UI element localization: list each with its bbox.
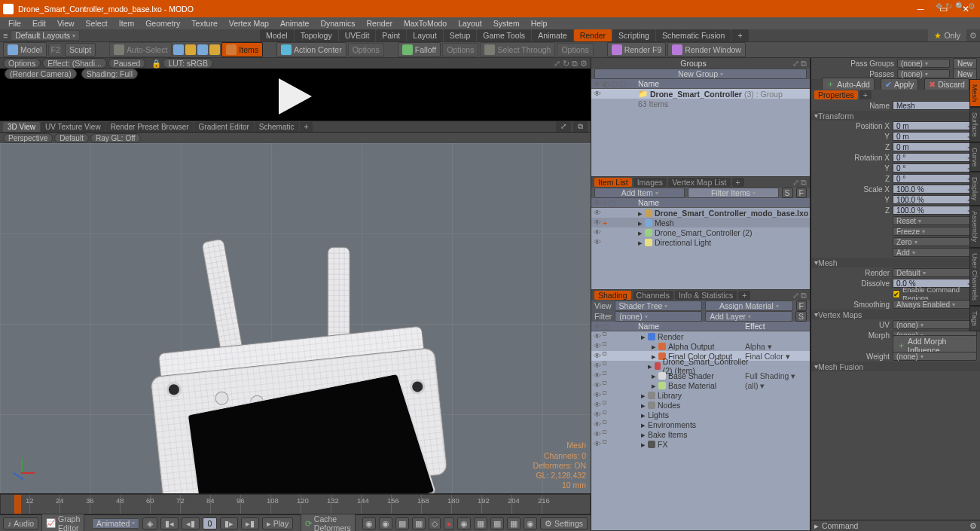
view-tab-+[interactable]: + (300, 122, 313, 132)
filter-dropdown[interactable]: (none) (615, 311, 702, 322)
tab-item-list[interactable]: Item List (594, 178, 632, 187)
lock-icon[interactable]: 🔒 (151, 59, 161, 69)
shading-row[interactable]: 👁▸ Alpha OutputAlpha ▾ (591, 341, 810, 351)
discard-button[interactable]: ✖Discard (924, 78, 969, 90)
menu-maxtomodo[interactable]: MaxToModo (398, 18, 452, 29)
polygon-icon[interactable] (197, 44, 208, 55)
weight-dropdown[interactable]: (none) (893, 352, 977, 361)
name-header[interactable]: Name (635, 322, 745, 331)
tool-button[interactable]: ▦ (412, 517, 426, 529)
transform-section[interactable]: ▾ Transform (811, 111, 980, 121)
cache-deformers-button[interactable]: ⟳Cache Deformers (301, 513, 356, 532)
shading-row[interactable]: 👁▸ Lights (591, 410, 810, 420)
mesh-section[interactable]: ▾ Mesh (811, 258, 980, 267)
menu-vertex-map[interactable]: Vertex Map (224, 18, 274, 29)
timeline-ruler[interactable]: 1224364860728496108120132144156168180192… (0, 494, 591, 514)
layout-dropdown[interactable]: Default Layouts (11, 30, 80, 41)
tab-images[interactable]: Images (633, 178, 667, 187)
rotate-icon[interactable]: ↻ (945, 2, 952, 11)
menu-edit[interactable]: Edit (27, 18, 51, 29)
options-button-2[interactable]: Options (442, 43, 478, 56)
settings-button[interactable]: ⚙Settings (540, 517, 588, 529)
expand-icon[interactable]: ⤢ (554, 59, 560, 69)
auto-select-button[interactable]: Auto-Select (109, 42, 172, 57)
play-button[interactable]: ▸Play (262, 517, 293, 529)
vertex-icon[interactable] (173, 44, 184, 55)
shading-row[interactable]: 👁▸ Drone_Smart_Controller (2) (Item) (591, 361, 810, 371)
shading-row[interactable]: 👁▸ Render (591, 331, 810, 341)
preview-paused[interactable]: Paused (108, 58, 146, 69)
menu-layout[interactable]: Layout (453, 18, 487, 29)
popout-icon[interactable]: ⧉ (572, 59, 578, 69)
last-frame-button[interactable]: ▸▮ (241, 517, 259, 529)
new-button[interactable]: New (953, 58, 977, 69)
graph-editor-button[interactable]: 📈Graph Editor (41, 513, 84, 532)
add-layout-tab[interactable]: + (731, 29, 748, 41)
perspective-dropdown[interactable]: Perspective (3, 133, 53, 143)
zoom-icon[interactable]: 🔍 (955, 2, 965, 11)
scale-x-field[interactable]: 100.0 % (893, 185, 977, 194)
preview-effect[interactable]: Effect: (Shadi... (42, 58, 107, 69)
refresh-icon[interactable]: ↻ (563, 59, 569, 69)
layout-tab-topology[interactable]: Topology (295, 29, 338, 41)
mesh-object[interactable] (137, 227, 457, 493)
menu-help[interactable]: Help (526, 18, 553, 29)
popout-icon[interactable]: ⧉ (801, 178, 807, 188)
uv-dropdown[interactable]: (none) (893, 320, 977, 329)
item-row[interactable]: 👁▸ Drone_Smart_Controller_modo_base.lxo (591, 208, 810, 218)
edge-icon[interactable] (185, 44, 196, 55)
item-row[interactable]: 👁▸ Drone_Smart_Controller (2) (591, 227, 810, 237)
reset-dropdown[interactable]: Reset (893, 216, 977, 225)
menu-animate[interactable]: Animate (275, 18, 315, 29)
hamburger-icon[interactable]: ≡ (3, 31, 8, 40)
chevron-right-icon[interactable]: ▸ (814, 521, 819, 530)
play-icon[interactable] (279, 78, 312, 114)
tab-+[interactable]: + (732, 178, 744, 187)
pos-y-field[interactable]: 0 m (893, 132, 977, 141)
rot-x-field[interactable]: 0 ° (893, 153, 977, 162)
ecr-checkbox[interactable]: ✔ (893, 290, 900, 298)
menu-render[interactable]: Render (362, 18, 398, 29)
options-button-3[interactable]: Options (557, 43, 593, 56)
add-dropdown[interactable]: Add (893, 248, 977, 257)
effect-header[interactable]: Effect (745, 322, 810, 331)
group-row[interactable]: 👁📁Drone_Smart_Controller (3) : Group (591, 89, 810, 99)
shading-row[interactable]: 👁▸ Environments (591, 420, 810, 429)
shading-row[interactable]: 👁▸ Base Material(all) ▾ (591, 380, 810, 390)
record-button[interactable]: ● (444, 517, 454, 529)
shading-row[interactable]: 👁▸ Base ShaderFull Shading ▾ (591, 371, 810, 380)
layout-tab-uvedit[interactable]: UVEdit (339, 29, 376, 41)
freeze-dropdown[interactable]: Freeze (893, 227, 977, 236)
vtab-user-channels[interactable]: User Channels (969, 248, 980, 306)
rot-z-field[interactable]: 0 ° (893, 174, 977, 183)
f-button[interactable]: F (796, 188, 807, 198)
item-row[interactable]: 👁+▸ Mesh (591, 218, 810, 227)
layout-tab-model[interactable]: Model (260, 29, 294, 41)
sculpt-button[interactable]: Sculpt (65, 43, 96, 56)
name-header[interactable]: Name (635, 198, 810, 207)
rot-y-field[interactable]: 0 ° (893, 163, 977, 172)
options-button-1[interactable]: Options (348, 43, 384, 56)
passes-dropdown[interactable]: (none) (897, 69, 950, 78)
layout-tab-scripting[interactable]: Scripting (612, 29, 655, 41)
preview-shading[interactable]: Shading: Full (81, 69, 138, 79)
tab-vertex-map-list[interactable]: Vertex Map List (668, 178, 730, 187)
render-window-button[interactable]: Render Window (667, 42, 746, 57)
panel-icon[interactable]: ⧉ (573, 121, 588, 132)
model-button[interactable]: Model (3, 42, 47, 57)
popout-icon[interactable]: ⧉ (801, 59, 807, 69)
view-tab-schematic[interactable]: Schematic (255, 122, 299, 132)
gear-icon[interactable]: ⚙ (580, 59, 588, 69)
pos-z-field[interactable]: 0 m (893, 142, 977, 151)
mesh-fusion-section[interactable]: ▾ Mesh Fusion (811, 362, 980, 371)
layout-tab-schematic-fusion[interactable]: Schematic Fusion (656, 29, 731, 41)
panel-icon[interactable]: ⤢ (556, 121, 571, 132)
add-item-dropdown[interactable]: Add Item (594, 188, 685, 198)
tool-button[interactable]: ▦ (474, 517, 487, 529)
menu-file[interactable]: File (3, 18, 26, 29)
passgroups-dropdown[interactable]: (none) (897, 59, 950, 68)
render-f9-button[interactable]: Render F9 (607, 42, 667, 57)
material-icon[interactable] (209, 44, 220, 55)
menu-system[interactable]: System (488, 18, 525, 29)
playhead[interactable] (14, 495, 21, 514)
